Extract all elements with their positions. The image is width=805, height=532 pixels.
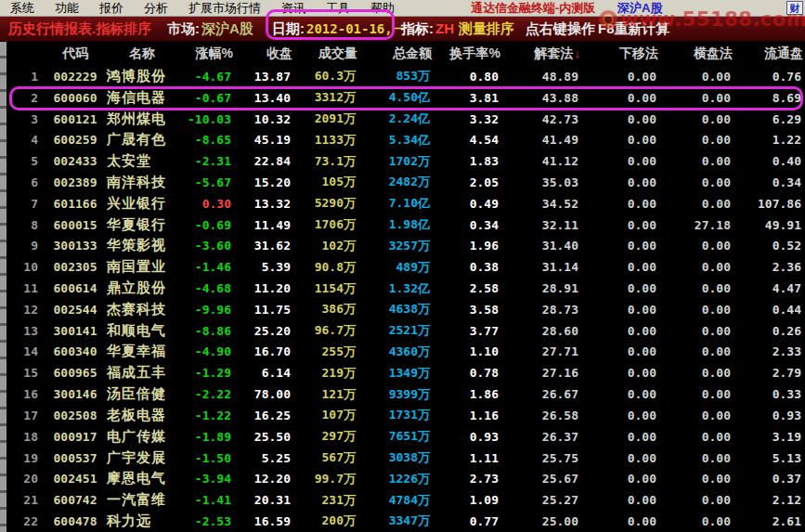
column-header-change[interactable]: 涨幅%	[179, 45, 235, 62]
menu-item-功能[interactable]: 功能	[45, 0, 89, 17]
cell-change: -4.90	[179, 344, 235, 358]
column-header-code[interactable]: 代码	[45, 45, 105, 62]
cell-xyf: 0.00	[582, 387, 660, 401]
cell-turnover: 1.16	[434, 409, 502, 422]
menu-item-报价[interactable]: 报价	[89, 0, 134, 17]
cell-num: 15	[6, 366, 45, 380]
cell-name: 广晟有色	[105, 131, 179, 149]
cell-jtf: 26.58	[502, 409, 582, 422]
menu-item-工具[interactable]: 工具	[316, 0, 360, 17]
cell-volume: 1706万	[294, 216, 359, 233]
cell-jtf: 32.11	[502, 218, 582, 232]
table-row[interactable]: 20002451摩恩电气-3.9412.2099.7万1226万2.7325.6…	[6, 468, 805, 489]
cell-name: 杰赛科技	[105, 301, 179, 318]
cell-amount: 4784万	[359, 492, 434, 509]
cell-name: 一汽富维	[105, 491, 179, 509]
cell-code: 300141	[45, 324, 105, 338]
menu-item-帮助[interactable]: 帮助	[360, 0, 405, 17]
cell-volume: 567万	[294, 449, 359, 466]
cell-amount: 1702万	[359, 153, 434, 170]
table-row[interactable]: 21600742一汽富维-1.4120.31231万4784万1.0925.27…	[6, 489, 805, 511]
date-value[interactable]: 2012-01-16,一	[306, 21, 406, 38]
table-row[interactable]: 19000537广宇发展-1.505.25567万3038万1.1125.750…	[6, 448, 805, 469]
table-row[interactable]: 18000917电广传媒-1.8925.50297万7651万0.9326.37…	[6, 426, 805, 448]
menu-item-分析[interactable]: 分析	[134, 0, 178, 17]
table-row[interactable]: 14600340华夏幸福-4.9016.70255万4360万1.1027.71…	[6, 342, 805, 363]
cell-volume: 102万	[294, 238, 359, 254]
cell-change: -8.86	[179, 324, 235, 338]
table-row[interactable]: 7601166兴业银行0.3013.325290万7.10亿0.4934.520…	[6, 193, 805, 214]
column-header-ltp[interactable]: 流通盘	[734, 45, 805, 62]
cell-close: 13.40	[235, 91, 294, 105]
menu-item-资讯[interactable]: 资讯	[271, 0, 316, 17]
cell-change: -1.22	[179, 409, 235, 422]
table-row[interactable]: 16300146汤臣倍健-2.2278.00121万9399万1.8626.67…	[6, 383, 805, 405]
column-header-hpf[interactable]: 横盘法	[660, 45, 734, 62]
table-row[interactable]: 8600015华夏银行-0.6911.491706万1.98亿0.3432.11…	[6, 214, 805, 236]
cell-amount: 2521万	[359, 322, 434, 339]
cell-num: 8	[6, 218, 45, 232]
column-header-volume[interactable]: 成交量	[294, 45, 359, 62]
cell-volume: 96.7万	[294, 322, 359, 339]
table-row[interactable]: 12002544杰赛科技-9.9611.75386万4638万3.5828.73…	[6, 299, 805, 320]
table-row[interactable]: 3600121郑州煤电-10.0310.322091万2.24亿3.3242.7…	[6, 109, 805, 130]
cell-jtf: 27.16	[502, 366, 582, 380]
indicator-name[interactable]: 测量排序	[459, 20, 514, 38]
table-row[interactable]: 1002229鸿博股份-4.6713.8760.3万853万0.8048.890…	[6, 66, 805, 87]
column-header-turnover[interactable]: 换手率%	[434, 45, 502, 62]
cell-num: 10	[6, 260, 45, 274]
menu-item-系统[interactable]: 系统	[0, 0, 45, 17]
menu-item-扩展市场行情[interactable]: 扩展市场行情	[178, 0, 271, 17]
column-header-amount[interactable]: 总金额	[359, 45, 434, 62]
cell-ltp: 107.86	[734, 197, 805, 211]
cell-volume: 297万	[294, 428, 359, 445]
cell-ltp: 0.26	[734, 324, 805, 338]
cell-code: 601166	[45, 197, 105, 211]
table-body: 1002229鸿博股份-4.6713.8760.3万853万0.8048.890…	[6, 66, 805, 532]
cell-amount: 3347万	[359, 513, 434, 529]
table-row[interactable]: 9300133华策影视-3.6031.62102万3257万1.9631.400…	[6, 236, 805, 257]
column-header-jtf[interactable]: 解套法↓	[502, 45, 582, 62]
cell-code: 300133	[45, 239, 105, 253]
cell-hpf: 0.00	[660, 430, 734, 444]
market-value[interactable]: 深沪A股	[201, 20, 253, 38]
cell-jtf: 25.75	[502, 451, 582, 465]
table-row[interactable]: 13300141和顺电气-8.8625.2096.7万2521万3.7728.6…	[6, 320, 805, 342]
cell-ltp: 0.52	[734, 239, 805, 253]
cell-close: 16.59	[235, 514, 294, 528]
cell-name: 华夏幸福	[105, 343, 179, 360]
table-row[interactable]: 15600965福成五丰-1.296.14219万1349万0.7827.160…	[6, 362, 805, 383]
finance-corner-icon[interactable]: 财	[786, 1, 803, 15]
cell-num: 18	[6, 430, 45, 444]
table-row-highlighted[interactable]: 2600060海信电器-0.6713.403312万4.50亿3.8143.88…	[6, 87, 805, 109]
cell-turnover: 2.05	[434, 175, 502, 189]
cell-close: 22.84	[235, 154, 294, 168]
cell-num: 11	[6, 281, 45, 295]
cell-code: 002389	[45, 175, 105, 189]
cell-num: 1	[6, 70, 45, 84]
cell-ltp: 5.13	[734, 451, 805, 465]
column-header-xyf[interactable]: 下移法	[582, 45, 660, 62]
column-header-close[interactable]: 收盘	[235, 45, 294, 62]
cell-volume: 200万	[294, 513, 359, 529]
table-row[interactable]: 5002433太安堂-2.3122.8473.1万1702万1.8341.120…	[6, 150, 805, 172]
table-row[interactable]: 10002305南国置业-1.465.3990.8万489万0.3831.140…	[6, 256, 805, 278]
cell-volume: 99.7万	[294, 471, 359, 487]
cell-ltp: 0.33	[734, 387, 805, 401]
cell-turnover: 0.77	[434, 514, 502, 528]
cell-num: 16	[6, 387, 45, 401]
cell-name: 科力远	[105, 513, 179, 530]
table-row[interactable]: 17002508老板电器-1.2216.25107万1731万1.1626.58…	[6, 405, 805, 426]
column-header-name[interactable]: 名称	[105, 45, 179, 62]
table-row[interactable]: 11600614鼎立股份-4.6811.201154万1.32亿2.5828.9…	[6, 278, 805, 299]
table-row[interactable]: 6002389南洋科技-5.6715.20105万2482万2.0535.030…	[6, 172, 805, 193]
table-row[interactable]: 4600259广晟有色-8.6545.191133万5.34亿4.5441.49…	[6, 129, 805, 150]
table-row[interactable]: 22600478科力远-2.5316.59200万3347万0.7725.000…	[6, 511, 805, 532]
cell-num: 13	[6, 324, 45, 338]
cell-close: 16.70	[235, 344, 294, 358]
cell-amount: 489万	[359, 259, 434, 276]
cell-name: 摩恩电气	[105, 470, 179, 487]
cell-code: 002544	[45, 303, 105, 317]
cell-ltp: 0.40	[734, 154, 805, 168]
cell-hpf: 0.00	[660, 451, 734, 465]
